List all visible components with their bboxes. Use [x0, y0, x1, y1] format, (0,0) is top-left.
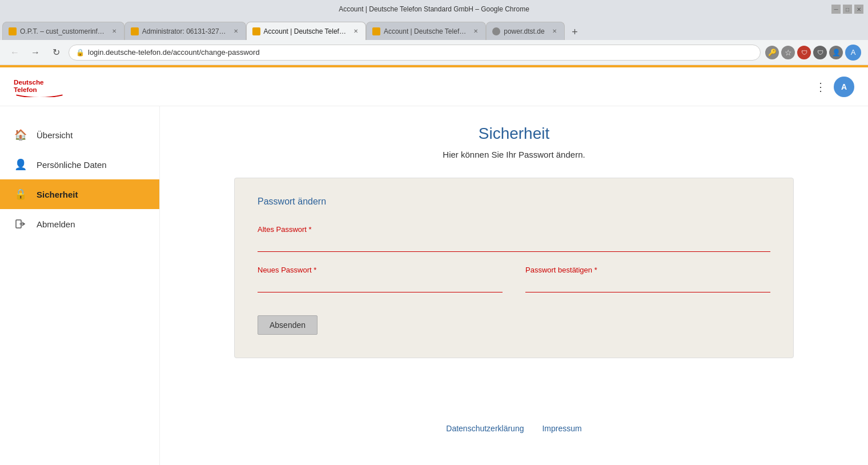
- page-footer: Datenschutzerklärung Impressum: [187, 410, 841, 447]
- nav-bar: ← → ↻ 🔒 login.deutsche-telefon.de/accoun…: [0, 40, 868, 65]
- sidebar-label-abmelden: Abmelden: [37, 219, 75, 229]
- shield-gray-icon[interactable]: 🛡: [813, 46, 827, 59]
- svg-text:Deutsche: Deutsche: [14, 78, 44, 86]
- content-area: Sicherheit Hier können Sie Ihr Passwort …: [160, 106, 868, 465]
- confirm-password-input[interactable]: [525, 276, 770, 292]
- address-text: login.deutsche-telefon.de/account/change…: [88, 48, 753, 57]
- confirm-password-field: Passwort bestätigen *: [525, 266, 770, 292]
- main-layout: 🏠 Übersicht 👤 Persönliche Daten 🔒 Sicher…: [0, 106, 868, 465]
- page-subtitle: Hier können Sie Ihr Passwort ändern.: [443, 150, 585, 159]
- new-tab-button[interactable]: +: [567, 24, 583, 40]
- header-right: ⋮ A: [815, 77, 854, 97]
- lock-icon-sidebar: 🔒: [14, 187, 27, 201]
- old-password-label: Altes Passwort *: [258, 225, 770, 234]
- company-logo: Deutsche Telefon: [14, 77, 65, 97]
- shield-red-icon[interactable]: 🛡: [797, 46, 811, 59]
- tab-5[interactable]: power.dtst.de ✕: [486, 22, 564, 40]
- tab-2[interactable]: Administrator: 06131-327… ✕: [124, 22, 246, 40]
- new-password-field: Neues Passwort *: [258, 266, 503, 292]
- window-title: Account | Deutsche Telefon Standard GmbH…: [339, 5, 529, 13]
- minimize-button[interactable]: ─: [831, 5, 841, 14]
- old-password-input[interactable]: [258, 236, 770, 252]
- back-button[interactable]: ←: [7, 45, 23, 61]
- tab-close-2[interactable]: ✕: [232, 27, 240, 35]
- address-bar[interactable]: 🔒 login.deutsche-telefon.de/account/chan…: [69, 45, 761, 61]
- sidebar-item-abmelden[interactable]: Abmelden: [0, 209, 159, 239]
- form-section-title: Passwort ändern: [258, 197, 770, 207]
- tab-label-5: power.dtst.de: [504, 27, 544, 35]
- tab-close-4[interactable]: ✕: [472, 27, 480, 35]
- logout-icon: [14, 217, 27, 231]
- password-row: Neues Passwort * Passwort bestätigen *: [258, 266, 770, 292]
- reload-button[interactable]: ↻: [48, 45, 64, 61]
- close-button[interactable]: ✕: [854, 5, 863, 14]
- tab-label-4: Account | Deutsche Telef…: [384, 27, 466, 35]
- tab-4[interactable]: Account | Deutsche Telef… ✕: [366, 22, 486, 40]
- tab-favicon-1: [9, 27, 17, 35]
- maximize-button[interactable]: □: [843, 5, 852, 14]
- submit-button[interactable]: Absenden: [258, 315, 318, 335]
- tab-favicon-2: [131, 27, 139, 35]
- impressum-link[interactable]: Impressum: [542, 424, 581, 433]
- user-icon-nav[interactable]: 👤: [829, 46, 843, 59]
- home-icon: 🏠: [14, 128, 27, 142]
- tab-label-3: Account | Deutsche Telef…: [264, 27, 346, 35]
- tab-label-2: Administrator: 06131-327…: [142, 27, 226, 35]
- forward-button[interactable]: →: [27, 45, 43, 61]
- sidebar-label-ubersicht: Übersicht: [37, 130, 73, 140]
- svg-text:Telefon: Telefon: [14, 86, 37, 93]
- tab-close-1[interactable]: ✕: [110, 27, 118, 35]
- tab-bar: O.P.T. – cust_customerinf… ✕ Administrat…: [0, 18, 868, 40]
- datenschutz-link[interactable]: Datenschutzerklärung: [446, 424, 524, 433]
- sidebar: 🏠 Übersicht 👤 Persönliche Daten 🔒 Sicher…: [0, 106, 160, 465]
- password-manager-icon[interactable]: 🔑: [765, 46, 779, 59]
- chrome-profile-icon[interactable]: A: [845, 45, 861, 61]
- new-password-input[interactable]: [258, 276, 503, 292]
- tab-1[interactable]: O.P.T. – cust_customerinf… ✕: [2, 22, 124, 40]
- sidebar-label-sicherheit: Sicherheit: [37, 190, 78, 199]
- sidebar-item-sicherheit[interactable]: 🔒 Sicherheit: [0, 179, 159, 209]
- sidebar-item-personliche-daten[interactable]: 👤 Persönliche Daten: [0, 150, 159, 179]
- tab-favicon-4: [372, 27, 380, 35]
- form-card: Passwort ändern Altes Passwort * Neues P…: [234, 178, 794, 358]
- logo-area: Deutsche Telefon: [14, 77, 65, 97]
- person-icon: 👤: [14, 158, 27, 171]
- page-title: Sicherheit: [479, 125, 550, 143]
- old-password-field: Altes Passwort *: [258, 225, 770, 252]
- sidebar-label-personliche-daten: Persönliche Daten: [37, 160, 107, 170]
- new-password-label: Neues Passwort *: [258, 266, 503, 274]
- tab-close-5[interactable]: ✕: [550, 27, 558, 35]
- window-controls: ─ □ ✕: [831, 5, 863, 14]
- lock-icon: 🔒: [76, 49, 85, 57]
- nav-actions: 🔑 ☆ 🛡 🛡 👤 A: [765, 45, 861, 61]
- confirm-password-label: Passwort bestätigen *: [525, 266, 770, 274]
- title-bar: Account | Deutsche Telefon Standard GmbH…: [0, 0, 868, 18]
- tab-label-1: O.P.T. – cust_customerinf…: [20, 27, 105, 35]
- app-header: Deutsche Telefon ⋮ A: [0, 67, 868, 106]
- bookmark-icon[interactable]: ☆: [781, 46, 795, 59]
- user-avatar[interactable]: A: [834, 77, 854, 97]
- tab-close-3[interactable]: ✕: [352, 27, 360, 35]
- tab-3[interactable]: Account | Deutsche Telef… ✕: [246, 22, 366, 40]
- tab-favicon-3: [252, 27, 260, 35]
- options-menu-button[interactable]: ⋮: [815, 80, 827, 94]
- tab-favicon-5: [492, 27, 500, 35]
- sidebar-item-ubersicht[interactable]: 🏠 Übersicht: [0, 120, 159, 150]
